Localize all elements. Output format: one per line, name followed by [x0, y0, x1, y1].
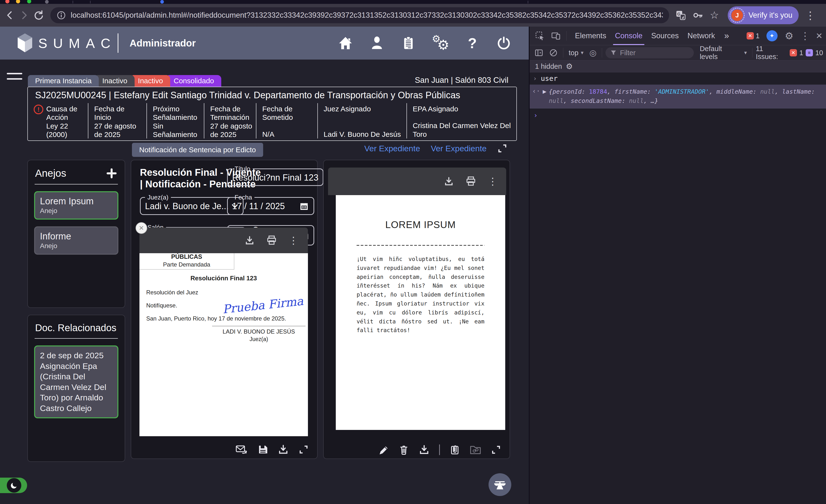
delete-trash-icon[interactable] [399, 444, 409, 455]
document-body: ¡Ut vim hiñc voluptatibus, eu totá íuvar… [357, 255, 484, 335]
fullscreen-icon[interactable] [491, 444, 501, 455]
notification-edicto-button[interactable]: Notificación de Sentencia por Edicto [132, 143, 263, 157]
window-minimize-button[interactable] [16, 0, 20, 3]
devtools-tab[interactable]: Network [683, 26, 719, 45]
devtools-tab[interactable]: Sources [647, 26, 683, 45]
password-key-icon[interactable] [692, 10, 704, 21]
tab-favicon[interactable] [160, 0, 164, 4]
devtools-tab[interactable]: Elements [571, 26, 610, 45]
eye-icon[interactable]: ◎ [587, 48, 598, 58]
power-icon[interactable] [496, 35, 512, 51]
home-icon[interactable] [338, 35, 353, 51]
case-tab[interactable]: Inactivo [95, 75, 134, 87]
devtools-close-icon[interactable]: ✕ [816, 31, 823, 41]
verify-button[interactable]: J Verify it's you [728, 6, 799, 24]
devtools-menu-icon[interactable]: ⋮ [800, 30, 810, 42]
hidden-settings-gear-icon[interactable]: ⚙ [566, 62, 573, 71]
print-icon[interactable] [266, 235, 277, 246]
case-field: ! Fecha de Sometido N/A [256, 103, 317, 138]
console-prompt[interactable]: › [530, 109, 826, 122]
close-preview-icon[interactable]: ✕ [135, 222, 147, 234]
devtools-assistant-icon[interactable]: ✦ [766, 30, 778, 42]
save-icon[interactable] [257, 444, 268, 455]
console-sidebar-icon[interactable] [533, 48, 545, 57]
address-bar[interactable]: localhost:61045/portal/admin.html#/notif… [50, 7, 669, 23]
calendar-icon[interactable] [299, 201, 309, 211]
forward-icon[interactable] [17, 10, 32, 20]
document-page: LOREM IPSUM ¡Ut vim hiñc voluptatibus, e… [336, 195, 505, 430]
fullscreen-icon[interactable] [298, 444, 309, 455]
console-filter-input[interactable]: Filter [605, 47, 694, 58]
devtools-tabbar: ElementsConsoleSourcesNetwork » ✕ 1 ✦ ⚙ … [530, 26, 826, 45]
console-result-row: ‹· ▶ {personId: 18784, firstName: 'ADMIN… [530, 85, 826, 109]
anejo-card[interactable]: Informe Anejo [34, 226, 118, 255]
tab-divider [528, 1, 528, 3]
download-icon[interactable] [444, 176, 454, 186]
more-options-icon[interactable]: ⋮ [289, 235, 298, 246]
dark-mode-toggle[interactable] [0, 478, 27, 493]
expand-icon[interactable] [497, 143, 508, 153]
ver-expediente-link[interactable]: Ver Expediente [431, 144, 487, 153]
download-icon[interactable] [244, 235, 255, 245]
console-error-badge[interactable]: ✕ 1 [747, 32, 760, 40]
menu-hamburger-icon[interactable] [7, 78, 22, 80]
more-tabs-icon[interactable]: » [722, 31, 731, 41]
device-toolbar-icon[interactable] [549, 31, 563, 41]
bookmark-star-icon[interactable]: ☆ [710, 10, 719, 20]
site-info-icon[interactable] [57, 11, 66, 20]
titulo-value: Resoluci?nn Final 123 [232, 173, 318, 183]
send-mail-icon[interactable] [235, 444, 248, 455]
titulo-field[interactable]: Título Resoluci?nn Final 123 [227, 165, 323, 186]
issues-counter[interactable]: 11 Issues: ✕ 1 ≡ 10 [756, 45, 823, 61]
print-icon[interactable] [466, 176, 476, 187]
court-location: San Juan | Salón 803 Civil [415, 75, 509, 85]
anejo-card[interactable]: Lorem Ipsum Anejo [34, 191, 118, 219]
ver-expediente-link[interactable]: Ver Expediente [364, 144, 420, 153]
related-docs-title: Doc. Relacionados [35, 322, 116, 333]
signature-line [212, 326, 305, 326]
download-icon[interactable] [278, 444, 289, 455]
case-field: ! Fecha de Terminación 27 de agosto de 2… [204, 103, 256, 138]
devtools-settings-gear-icon[interactable]: ⚙ [785, 30, 793, 42]
hidden-messages-bar: 1 hidden ⚙ [530, 61, 826, 72]
context-selector[interactable]: top▾ [567, 49, 585, 57]
document-actions [378, 444, 501, 455]
brand-name: SUMAC [38, 35, 116, 51]
clipboard-icon[interactable] [400, 35, 416, 51]
related-doc-card[interactable]: 2 de sep de 2025 Asignación Epa (Cristin… [34, 345, 118, 418]
case-tab[interactable]: Consolidado [166, 75, 221, 87]
window-zoom-button[interactable] [27, 0, 31, 3]
fecha-field[interactable]: Fecha 17 / 11 / 2025 [227, 194, 314, 215]
back-icon[interactable] [2, 10, 17, 20]
settings-gears-icon[interactable]: ⚙⚙ [432, 35, 449, 51]
pdf-caption-cell: PÚBLICAS Parte Demandada [139, 253, 234, 270]
tab-favicon[interactable] [45, 0, 49, 4]
field-value: 27 de agosto de 2025 [94, 122, 143, 139]
field-value: Cristina Del Carmen Velez Del Toro [413, 121, 513, 138]
download-icon[interactable] [419, 444, 429, 455]
menu-hamburger-icon[interactable] [7, 73, 22, 74]
edit-pencil-icon[interactable] [378, 444, 389, 455]
user-icon[interactable] [369, 35, 385, 51]
issue-warning-icon: ≡ [806, 49, 813, 56]
case-tab[interactable]: Inactivo [131, 75, 170, 87]
window-close-button[interactable] [5, 0, 9, 3]
scales-of-justice-logo[interactable] [488, 473, 511, 496]
field-label: EPA Asignado [413, 105, 513, 113]
inspect-icon[interactable] [533, 31, 547, 41]
link-folder-icon[interactable] [470, 445, 481, 455]
translate-icon[interactable]: G [675, 10, 686, 20]
reload-icon[interactable] [32, 10, 46, 20]
attach-paperclip-icon[interactable] [450, 444, 460, 455]
field-label: Fecha de Inicio [94, 105, 143, 122]
more-options-icon[interactable]: ⋮ [488, 176, 497, 187]
case-tab[interactable]: Primera Instancia [28, 75, 99, 87]
clear-console-icon[interactable] [547, 48, 560, 57]
browser-menu-icon[interactable]: ⋮ [805, 9, 816, 21]
devtools-tab[interactable]: Console [610, 26, 647, 45]
add-anejo-icon[interactable] [106, 168, 117, 179]
help-icon[interactable]: ? [464, 35, 480, 51]
expand-triangle-icon[interactable]: ▶ [543, 88, 546, 105]
log-levels-selector[interactable]: Default levels▾ [698, 45, 749, 61]
header-actions: ⚙⚙ ? [338, 35, 512, 51]
